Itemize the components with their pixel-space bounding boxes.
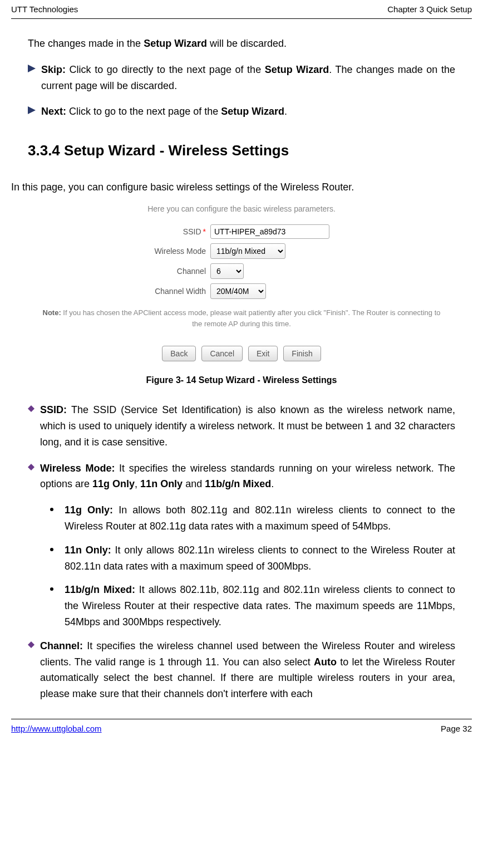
sub-mix-label: 11b/g/n Mixed: xyxy=(65,584,139,595)
figure-note: Note: If you has chosen the APClient acc… xyxy=(39,307,444,329)
svg-marker-0 xyxy=(28,65,36,72)
cancel-button[interactable]: Cancel xyxy=(201,346,243,361)
svg-marker-3 xyxy=(28,464,34,470)
svg-marker-1 xyxy=(28,106,36,114)
form-row-mode: Wireless Mode 11b/g/n Mixed xyxy=(28,243,455,259)
button-row: Back Cancel Exit Finish xyxy=(28,346,455,361)
exit-button[interactable]: Exit xyxy=(248,346,278,361)
sub-bullet-11g: 11g Only: In allows both 802.11g and 802… xyxy=(50,502,455,534)
mode-desc-label: Wireless Mode: xyxy=(40,463,119,474)
footer-link[interactable]: http://www.uttglobal.com xyxy=(11,724,102,733)
dot-icon xyxy=(50,548,53,551)
next-label: Next: xyxy=(41,106,69,117)
page-header: UTT Technologies Chapter 3 Quick Setup xyxy=(11,0,472,19)
skip-label: Skip: xyxy=(41,64,70,75)
svg-marker-2 xyxy=(28,405,34,412)
header-left: UTT Technologies xyxy=(11,4,78,14)
required-asterisk: * xyxy=(203,227,206,236)
page-footer: http://www.uttglobal.com Page 32 xyxy=(11,719,472,742)
sub-bullet-11n: 11n Only: It only allows 802.11n wireles… xyxy=(50,542,455,575)
section-heading: 3.3.4 Setup Wizard - Wireless Settings xyxy=(28,142,455,159)
dot-icon xyxy=(50,587,53,591)
diamond-icon xyxy=(28,464,34,470)
back-button[interactable]: Back xyxy=(162,346,196,361)
form-row-ssid: SSID* xyxy=(28,224,455,239)
bullet-mode: Wireless Mode: It specifies the wireless… xyxy=(28,460,455,493)
bullet-channel: Channel: It specifies the wireless chann… xyxy=(28,638,455,702)
diamond-icon xyxy=(28,641,34,648)
svg-marker-4 xyxy=(28,641,34,648)
intro-paragraph: In this page, you can configure basic wi… xyxy=(11,182,455,193)
dot-icon xyxy=(50,508,53,511)
diamond-icon xyxy=(28,405,34,412)
ssid-label: SSID xyxy=(183,227,201,236)
header-right: Chapter 3 Quick Setup xyxy=(387,4,472,14)
bullet-ssid: SSID: The SSID (Service Set Identificati… xyxy=(28,402,455,450)
mode-label: Wireless Mode xyxy=(128,247,210,256)
figure: Here you can configure the basic wireles… xyxy=(28,204,455,385)
bullet-next: Next: Click to go to the next page of th… xyxy=(28,104,455,120)
arrow-icon xyxy=(28,106,36,114)
width-label: Channel Width xyxy=(128,287,210,296)
figure-description: Here you can configure the basic wireles… xyxy=(28,204,455,213)
arrow-icon xyxy=(28,65,36,72)
sub-n-label: 11n Only: xyxy=(65,545,115,556)
finish-button[interactable]: Finish xyxy=(283,346,321,361)
sub-bullet-mixed: 11b/g/n Mixed: It allows 802.11b, 802.11… xyxy=(50,582,455,630)
ssid-input[interactable] xyxy=(210,224,329,239)
page-number: Page 32 xyxy=(441,724,472,733)
channel-select[interactable]: 6 xyxy=(210,263,244,279)
bullet-skip: Skip: Click to go directly to the next p… xyxy=(28,62,455,94)
width-select[interactable]: 20M/40M xyxy=(210,283,266,299)
channel-label: Channel xyxy=(128,267,210,276)
form-row-channel: Channel 6 xyxy=(28,263,455,279)
paragraph: The changes made in the Setup Wizard wil… xyxy=(28,36,455,52)
form-row-width: Channel Width 20M/40M xyxy=(28,283,455,299)
figure-caption: Figure 3- 14 Setup Wizard - Wireless Set… xyxy=(28,375,455,385)
ssid-desc-label: SSID: xyxy=(40,404,71,415)
mode-select[interactable]: 11b/g/n Mixed xyxy=(210,243,285,259)
channel-desc-label: Channel: xyxy=(40,640,87,651)
sub-g-label: 11g Only: xyxy=(65,504,119,516)
